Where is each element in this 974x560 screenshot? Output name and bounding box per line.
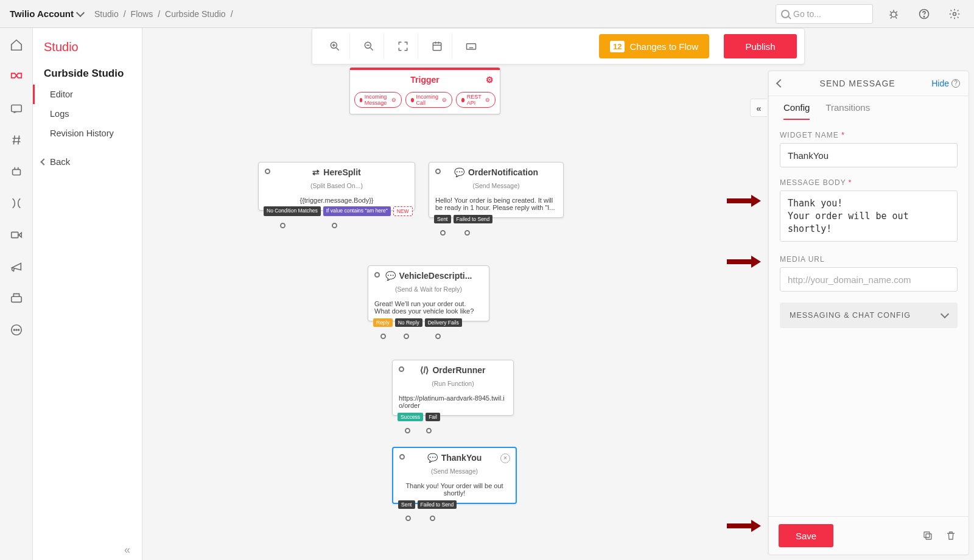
annotation-arrow: [727, 256, 761, 268]
delete-icon[interactable]: [943, 528, 959, 544]
message-body-input[interactable]: [780, 191, 958, 242]
svg-point-2: [923, 16, 924, 16]
back-link[interactable]: Back: [41, 156, 142, 167]
video-icon[interactable]: [8, 226, 25, 243]
media-url-input[interactable]: [780, 267, 958, 292]
marketing-icon[interactable]: [8, 258, 25, 275]
nav-revision-history[interactable]: Revision History: [41, 124, 142, 143]
panel-hide[interactable]: Hide ?: [931, 79, 960, 88]
panel-title: SEND MESSAGE: [820, 79, 895, 88]
nav-logs[interactable]: Logs: [41, 104, 142, 124]
canvas[interactable]: 12 Changes to Flow Publish Trig: [142, 28, 974, 560]
crumb[interactable]: Flows: [131, 9, 153, 19]
svg-rect-7: [11, 296, 21, 302]
chevron-left-icon: [40, 158, 47, 165]
hash-icon[interactable]: [8, 131, 25, 149]
pill: REST API ⊖: [456, 92, 496, 108]
widget-orderrunner[interactable]: ⟨/⟩ OrderRunner (Run Function) https://p…: [392, 360, 514, 416]
svg-point-9: [13, 329, 15, 331]
flow-name: Curbside Studio: [41, 60, 142, 85]
sidebar: Studio Curbside Studio Editor Logs Revis…: [33, 28, 142, 560]
duplicate-icon[interactable]: [920, 528, 936, 544]
widget-name-input[interactable]: [780, 143, 958, 167]
widget-ordernotification[interactable]: 💬 OrderNotification (Send Message) Hello…: [429, 162, 564, 218]
svg-point-10: [16, 329, 17, 331]
gear-icon[interactable]: ⚙: [486, 75, 494, 85]
messaging-config-accordion[interactable]: MESSAGING & CHAT CONFIG: [780, 303, 958, 328]
pill: Incoming Call ⊖: [405, 92, 453, 108]
svg-rect-5: [12, 169, 20, 175]
conversations-icon[interactable]: [8, 100, 25, 117]
svg-point-0: [891, 12, 896, 16]
tab-transitions[interactable]: Transitions: [825, 102, 870, 120]
nav-editor[interactable]: Editor: [33, 85, 142, 104]
panel-back-icon[interactable]: [776, 79, 785, 88]
autopilot-icon[interactable]: [8, 163, 25, 180]
chevron-down-icon: [76, 8, 85, 16]
more-icon[interactable]: [8, 321, 25, 338]
svg-point-3: [953, 12, 956, 15]
studio-icon[interactable]: [8, 68, 25, 85]
pill: Incoming Message ⊖: [354, 92, 402, 108]
crumb[interactable]: Studio: [94, 9, 119, 19]
svg-rect-6: [11, 232, 18, 237]
panel-collapse-handle[interactable]: «: [750, 99, 767, 117]
nav-rail: [0, 28, 33, 560]
annotation-arrow: [727, 195, 761, 207]
help-icon[interactable]: [914, 4, 934, 24]
search-placeholder: Go to...: [793, 9, 821, 19]
save-button[interactable]: Save: [779, 524, 833, 547]
debug-icon[interactable]: [884, 4, 903, 24]
interconnect-icon[interactable]: [8, 290, 25, 307]
home-icon[interactable]: [8, 37, 25, 54]
sidebar-title: Studio: [41, 40, 142, 60]
widget-vehicledescription[interactable]: 💬 VehicleDescripti... (Send & Wait for R…: [368, 265, 489, 321]
widget-thankyou[interactable]: × 💬 ThankYou (Send Message) Thank you! Y…: [392, 447, 517, 504]
settings-icon[interactable]: [945, 4, 964, 24]
search-icon: [781, 10, 790, 18]
breadcrumbs: Studio/ Flows/ Curbside Studio/: [94, 9, 233, 19]
functions-icon[interactable]: [8, 195, 25, 212]
annotation-arrow: [727, 520, 761, 532]
chevron-down-icon: [941, 310, 949, 318]
svg-rect-4: [11, 105, 21, 112]
svg-rect-17: [924, 532, 930, 537]
inspector-panel: SEND MESSAGE Hide ? Config Transitions W…: [768, 71, 969, 555]
tab-config[interactable]: Config: [783, 102, 810, 120]
widget-trigger[interactable]: Trigger ⚙ Incoming Message ⊖ Incoming Ca…: [349, 68, 500, 114]
topbar: Twilio Account Studio/ Flows/ Curbside S…: [0, 0, 974, 28]
account-switcher[interactable]: Twilio Account: [10, 9, 83, 19]
svg-rect-16: [926, 534, 931, 539]
search-box[interactable]: Go to...: [776, 4, 873, 24]
connectors: [142, 28, 325, 119]
svg-point-11: [18, 329, 19, 331]
sidebar-collapse-icon[interactable]: «: [124, 544, 130, 556]
account-name: Twilio Account: [10, 9, 74, 19]
widget-heresplit[interactable]: ⇄ HereSplit (Split Based On...) {{trigge…: [258, 162, 415, 211]
crumb[interactable]: Curbside Studio: [165, 9, 226, 19]
